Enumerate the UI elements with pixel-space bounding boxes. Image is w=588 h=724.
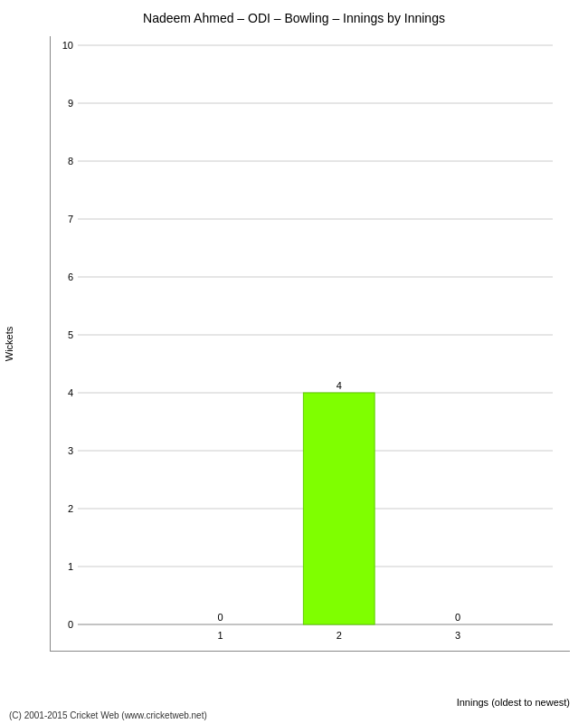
- svg-text:9: 9: [68, 98, 73, 109]
- svg-text:6: 6: [68, 272, 73, 282]
- chart-svg: 012345678910014203: [51, 36, 570, 651]
- chart-title: Nadeem Ahmed – ODI – Bowling – Innings b…: [0, 0, 588, 33]
- svg-text:1: 1: [217, 630, 223, 641]
- y-axis-label: Wickets: [0, 36, 18, 652]
- chart-area: 012345678910014203: [50, 36, 570, 652]
- svg-text:4: 4: [337, 380, 342, 391]
- svg-text:0: 0: [455, 612, 460, 623]
- svg-text:0: 0: [217, 612, 223, 623]
- svg-text:5: 5: [68, 329, 73, 340]
- copyright: (C) 2001-2015 Cricket Web (www.cricketwe…: [9, 710, 207, 720]
- svg-text:8: 8: [68, 156, 73, 167]
- svg-rect-24: [303, 393, 375, 624]
- svg-text:2: 2: [337, 630, 342, 641]
- svg-text:3: 3: [455, 630, 460, 641]
- svg-text:10: 10: [62, 40, 73, 51]
- chart-container: Nadeem Ahmed – ODI – Bowling – Innings b…: [0, 0, 588, 724]
- svg-text:3: 3: [68, 445, 73, 456]
- svg-text:1: 1: [68, 561, 73, 572]
- svg-text:2: 2: [68, 503, 73, 514]
- x-axis-label: Innings (oldest to newest): [50, 697, 570, 708]
- svg-text:7: 7: [68, 214, 73, 224]
- svg-text:0: 0: [68, 619, 73, 630]
- svg-text:4: 4: [68, 387, 73, 398]
